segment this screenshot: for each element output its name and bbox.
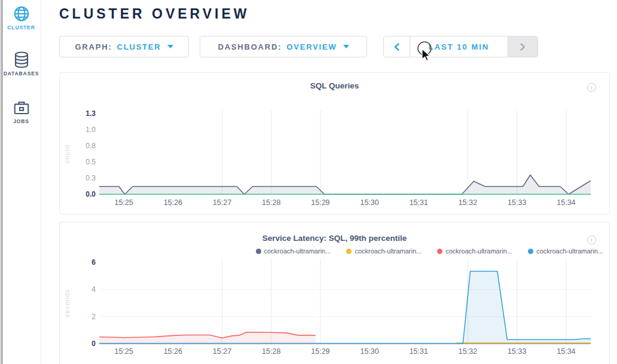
svg-text:15:27: 15:27: [213, 347, 231, 356]
graph-selector-value: CLUSTER: [117, 42, 161, 51]
svg-text:1.0: 1.0: [85, 126, 96, 134]
info-icon[interactable]: !: [587, 235, 596, 244]
dashboard-selector-label: DASHBOARD:: [218, 42, 282, 51]
briefcase-icon: [13, 99, 30, 117]
sidebar-item-label: CLUSTER: [2, 25, 41, 30]
info-icon-glyph: !: [591, 237, 592, 243]
chart-legend: cockroach-ultramarin...cockroach-ultrama…: [256, 247, 604, 255]
svg-text:1.3: 1.3: [85, 109, 96, 118]
svg-text:15:27: 15:27: [213, 198, 231, 207]
sidebar-item-label: JOBS: [2, 118, 41, 124]
svg-text:0.5: 0.5: [85, 158, 96, 166]
sidebar-item-label: DATABASES: [2, 71, 41, 77]
legend-label: cockroach-ultramarin...: [536, 247, 603, 255]
svg-text:seconds: seconds: [63, 289, 71, 317]
chart-card-service-latency: Service Latency: SQL, 99th percentile ! …: [59, 222, 610, 364]
legend-item[interactable]: cockroach-ultramarin...: [346, 247, 421, 255]
svg-text:0.3: 0.3: [85, 174, 96, 182]
time-range-label[interactable]: LAST 10 MIN: [410, 36, 508, 57]
svg-text:15:30: 15:30: [360, 198, 378, 207]
svg-text:0: 0: [91, 339, 96, 348]
legend-dot-icon: [346, 249, 352, 254]
svg-text:15:26: 15:26: [164, 347, 182, 356]
chevron-left-icon: [394, 43, 399, 51]
info-icon[interactable]: !: [587, 83, 596, 92]
svg-text:count: count: [63, 145, 71, 164]
svg-text:15:29: 15:29: [311, 198, 329, 207]
chevron-down-icon: [167, 45, 173, 48]
svg-text:0.8: 0.8: [85, 142, 96, 150]
graph-selector[interactable]: GRAPH: CLUSTER: [59, 36, 189, 57]
svg-text:15:29: 15:29: [311, 347, 329, 356]
sidebar: CLUSTER DATABASES JOBS: [2, 0, 41, 364]
svg-text:15:32: 15:32: [459, 198, 477, 207]
info-icon-glyph: !: [591, 85, 592, 91]
main-content: CLUSTER OVERVIEW GRAPH: CLUSTER DASHBOAR…: [41, 0, 617, 364]
page-title: CLUSTER OVERVIEW: [59, 6, 250, 22]
svg-text:15:31: 15:31: [410, 198, 428, 207]
svg-text:15:28: 15:28: [262, 198, 280, 207]
svg-text:15:34: 15:34: [557, 198, 575, 207]
svg-text:6: 6: [91, 258, 96, 267]
database-icon: [13, 51, 30, 69]
legend-dot-icon: [256, 249, 261, 254]
chart-title: Service Latency: SQL, 99th percentile: [60, 234, 609, 243]
time-range-selector: LAST 10 MIN: [383, 36, 538, 57]
svg-text:15:33: 15:33: [508, 198, 526, 207]
sidebar-item-databases[interactable]: DATABASES: [2, 51, 41, 77]
svg-text:15:33: 15:33: [508, 347, 526, 356]
time-next-button[interactable]: [508, 36, 537, 57]
legend-label: cockroach-ultramarin...: [445, 247, 512, 255]
chevron-right-icon: [520, 43, 526, 51]
dashboard-selector-value: OVERVIEW: [286, 42, 337, 51]
svg-text:15:28: 15:28: [262, 347, 280, 356]
chevron-down-icon: [343, 45, 349, 48]
legend-label: cockroach-ultramarin...: [355, 247, 421, 255]
sql-queries-chart: 0.00.30.50.81.01.315:2515:2615:2715:2815…: [60, 102, 609, 211]
time-prev-button[interactable]: [384, 36, 410, 57]
svg-text:15:25: 15:25: [114, 347, 133, 356]
chart-title: SQL Queries: [60, 81, 609, 90]
dashboard-selector[interactable]: DASHBOARD: OVERVIEW: [200, 36, 367, 57]
sidebar-item-jobs[interactable]: JOBS: [2, 99, 41, 124]
svg-text:15:31: 15:31: [410, 347, 428, 356]
chart-card-sql-queries: SQL Queries ! 0.00.30.50.81.01.315:2515:…: [59, 72, 610, 215]
svg-text:15:26: 15:26: [164, 198, 182, 207]
legend-item[interactable]: cockroach-ultramarin...: [256, 247, 331, 255]
globe-icon: [13, 5, 30, 23]
svg-text:15:30: 15:30: [360, 347, 378, 356]
legend-item[interactable]: cockroach-ultramarin...: [437, 247, 512, 255]
svg-text:0.0: 0.0: [85, 190, 96, 198]
legend-label: cockroach-ultramarin...: [264, 247, 331, 255]
svg-text:15:32: 15:32: [459, 347, 477, 356]
svg-text:4: 4: [91, 285, 96, 293]
svg-text:15:34: 15:34: [557, 347, 575, 356]
service-latency-chart: 024615:2515:2615:2715:2815:2915:3015:311…: [60, 255, 609, 364]
svg-text:2: 2: [91, 313, 96, 321]
svg-text:15:25: 15:25: [114, 198, 133, 207]
legend-dot-icon: [528, 249, 533, 254]
legend-item[interactable]: cockroach-ultramarin...: [528, 247, 603, 255]
graph-selector-label: GRAPH:: [75, 42, 112, 51]
sidebar-item-cluster[interactable]: CLUSTER: [2, 5, 41, 30]
legend-dot-icon: [437, 249, 442, 254]
